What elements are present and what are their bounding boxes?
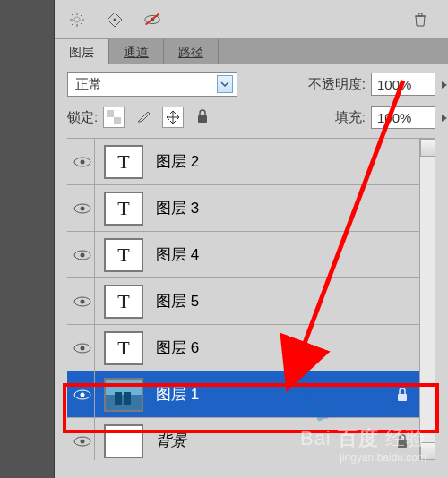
eye-icon[interactable] [71,342,94,354]
workspace-gray-area [0,0,54,478]
layer-thumbnail[interactable] [104,378,143,412]
tab-paths[interactable]: 路径 [164,39,219,64]
svg-point-24 [81,252,85,257]
tab-channels[interactable]: 通道 [109,39,164,64]
divider [94,418,95,460]
layer-row[interactable]: T图层 4 [67,232,435,278]
divider [94,371,95,417]
tab-layers[interactable]: 图层 [55,39,109,64]
divider [94,278,95,324]
layer-thumbnail[interactable] [104,424,143,458]
layer-name[interactable]: 图层 1 [156,384,199,405]
eye-icon[interactable] [71,156,94,168]
eye-icon[interactable] [71,249,94,261]
fill-field[interactable]: 100% [371,106,435,129]
opacity-label: 不透明度: [308,76,366,93]
lock-icon [396,434,409,448]
lock-label: 锁定: [67,109,98,126]
lock-options [103,107,212,128]
svg-line-8 [81,14,82,16]
svg-line-6 [81,23,82,25]
eye-icon[interactable] [71,295,94,308]
layer-row[interactable]: T图层 2 [67,139,435,185]
trash-icon[interactable] [410,10,430,30]
caret-right-icon[interactable] [438,77,448,93]
svg-point-33 [81,439,85,443]
svg-rect-31 [398,394,407,401]
blend-mode-value: 正常 [75,76,102,93]
svg-point-30 [81,392,85,397]
layer-row[interactable]: 图层 1 [67,371,435,418]
svg-line-7 [72,23,73,25]
svg-rect-18 [198,115,207,123]
lock-position-icon[interactable] [162,107,184,128]
scrollbar[interactable] [419,139,435,460]
layer-row[interactable]: T图层 6 [67,325,435,371]
layer-name[interactable]: 图层 4 [156,244,199,265]
fill-value: 100% [377,110,411,125]
fill-label: 填充: [335,109,366,126]
layer-name[interactable]: 图层 5 [156,291,199,312]
blend-mode-select[interactable]: 正常 [67,72,237,97]
divider [94,139,95,184]
layer-thumbnail[interactable]: T [104,285,143,319]
layer-thumbnail[interactable]: T [104,238,143,272]
layer-name[interactable]: 图层 2 [156,151,199,172]
svg-rect-16 [107,110,114,117]
layer-thumbnail[interactable]: T [104,145,143,179]
layer-name[interactable]: 背景 [156,431,186,451]
eye-icon[interactable] [71,202,94,215]
eye-slash-icon[interactable] [142,10,162,30]
divider [94,325,95,371]
layer-name[interactable]: 图层 6 [156,337,199,358]
options-bar [55,0,448,39]
panel-body: 正常 不透明度: 100% 锁定: [55,64,448,460]
opacity-field[interactable]: 100% [371,73,435,96]
layer-row[interactable]: T图层 3 [67,185,435,232]
diamond-icon[interactable] [105,10,125,30]
chevron-down-icon [217,75,233,93]
lock-all-icon[interactable] [193,107,212,126]
svg-rect-34 [398,440,407,448]
lock-transparency-icon[interactable] [103,107,125,128]
svg-point-22 [81,206,85,210]
layer-list: T图层 2T图层 3T图层 4T图层 5T图层 6图层 1背景 [67,138,435,460]
layer-thumbnail[interactable]: T [104,192,143,226]
layer-name[interactable]: 图层 3 [156,198,199,218]
eye-icon[interactable] [71,435,94,448]
svg-point-20 [81,159,85,164]
svg-line-5 [72,14,73,16]
layers-panel: 图层 通道 路径 正常 不透明度: 100% 锁定: [54,0,448,478]
layer-row[interactable]: T图层 5 [67,278,435,325]
lock-brush-icon[interactable] [134,107,153,126]
svg-point-26 [81,299,85,303]
divider [94,185,95,231]
eye-icon[interactable] [71,388,94,401]
svg-point-28 [81,346,85,350]
svg-point-9 [114,18,116,21]
panel-tabs: 图层 通道 路径 [55,39,448,64]
caret-right-icon[interactable] [438,110,448,126]
svg-rect-14 [418,13,422,16]
lock-icon [396,388,409,402]
layer-thumbnail[interactable]: T [104,331,143,365]
svg-rect-17 [114,117,121,124]
opacity-value: 100% [377,77,411,92]
svg-point-0 [74,17,80,22]
layer-row[interactable]: 背景 [67,418,435,460]
sun-icon[interactable] [67,10,87,30]
divider [94,232,95,277]
